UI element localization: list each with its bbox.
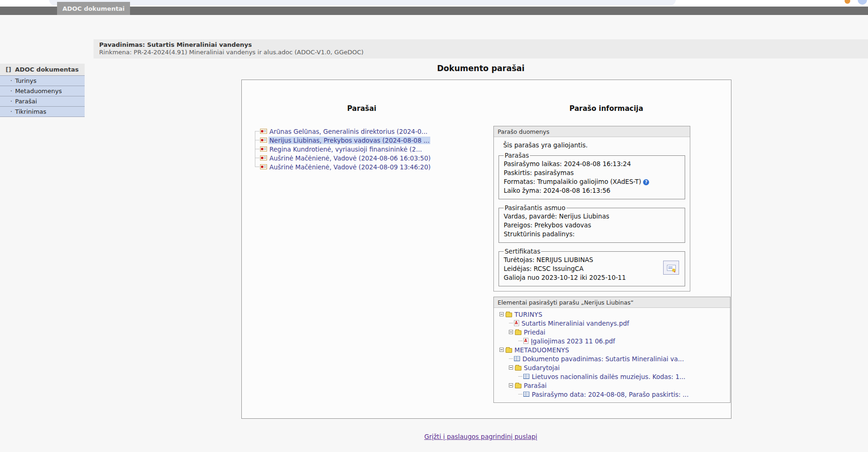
- certificate-fieldset-legend: Sertifikatas: [504, 248, 541, 255]
- tree-item-label: Lietuvos nacionalinis dailės muziejus. K…: [532, 373, 686, 380]
- signature-format: Formatas: Trumpalaikio galiojimo (XAdES-…: [504, 177, 680, 186]
- tab-adoc-dokumentai[interactable]: ADOC dokumentai: [57, 2, 130, 15]
- tree-item-metaduomenys[interactable]: METADUOMENYS: [498, 345, 727, 354]
- sidebar-item-tikrinimas[interactable]: ·Tikrinimas: [0, 106, 85, 117]
- tree-connector: [509, 323, 513, 323]
- signature-item-selected[interactable]: Nerijus Liubinas, Prekybos vadovas (2024…: [255, 136, 482, 145]
- bullet: ·: [10, 98, 12, 105]
- collapse-icon[interactable]: [499, 348, 504, 352]
- tree-item-meta[interactable]: Lietuvos nacionalinis dailės muziejus. K…: [498, 372, 727, 381]
- signatures-list: Arūnas Gelūnas, Generalinis direktorius …: [255, 127, 482, 171]
- metadata-icon: [523, 392, 529, 397]
- tree-connector: [518, 394, 522, 394]
- signature-info-column: Parašo informacija Parašo duomenys Šis p…: [482, 80, 731, 418]
- metadata-icon: [514, 356, 520, 361]
- help-icon[interactable]: ?: [643, 179, 649, 185]
- address-bar[interactable]: [49, 0, 676, 6]
- signature-item[interactable]: Regina Kundrotienė, vyriausioji finansin…: [255, 145, 482, 153]
- back-to-service-link[interactable]: Grįžti į paslaugos pagrindinį puslapį: [424, 433, 537, 440]
- bullet: ·: [10, 108, 12, 115]
- signature-info-heading: Parašo informacija: [482, 104, 731, 113]
- tree-item-pdf[interactable]: Įgaliojimas 2023 11 06.pdf: [498, 336, 727, 345]
- signing-time: Pasirašymo laikas: 2024-08-08 16:13:24: [504, 160, 680, 168]
- sidebar-item-parasai[interactable]: ·Parašai: [0, 96, 85, 106]
- folder-icon: [506, 348, 512, 353]
- signature-certificate-icon: [260, 146, 267, 152]
- document-filename: Rinkmena: PR-24-2024(4.91) Mineraliniai …: [99, 49, 862, 56]
- tree-connector: [255, 131, 260, 131]
- tree-item-label: Parašai: [524, 382, 547, 389]
- collapse-icon[interactable]: [499, 312, 504, 316]
- sidebar-item-label: Parašai: [15, 98, 37, 105]
- signed-elements-panel: Elementai pasirašyti parašu „Nerijus Liu…: [493, 297, 731, 403]
- sidebar-item-turinys[interactable]: ·Turinys: [0, 75, 85, 86]
- signature-data-panel-title: Parašo duomenys: [494, 126, 690, 137]
- browser-top-strip: [0, 0, 868, 7]
- view-certificate-button[interactable]: [663, 261, 679, 275]
- footer-link-row: Grįžti į paslaugos pagrindinį puslapį: [94, 433, 868, 440]
- tree-connector: [518, 341, 522, 341]
- collapse-icon[interactable]: [509, 365, 513, 370]
- bullet: ·: [10, 87, 12, 95]
- signer-name: Vardas, pavardė: Nerijus Liubinas: [504, 212, 680, 221]
- extension-icon[interactable]: [845, 0, 850, 4]
- pdf-file-icon: [514, 320, 519, 326]
- signature-format-text: Formatas: Trumpalaikio galiojimo (XAdES-…: [504, 178, 641, 185]
- document-title: Pavadinimas: Sutartis Mineraliniai vande…: [99, 41, 862, 48]
- signature-fieldset-legend: Parašas: [504, 152, 530, 159]
- signature-item[interactable]: Arūnas Gelūnas, Generalinis direktorius …: [255, 127, 482, 136]
- sidebar-item-label: Tikrinimas: [15, 108, 46, 115]
- signer-fieldset-legend: Pasirašantis asmuo: [504, 204, 566, 211]
- signatures-column: Parašai Arūnas Gelūnas, Generalinis dire…: [242, 80, 482, 418]
- signature-item[interactable]: Aušrinė Mačėnienė, Vadovė (2024-08-06 16…: [255, 153, 482, 162]
- tree-connector: [518, 376, 522, 377]
- collapse-icon[interactable]: [509, 383, 513, 387]
- pdf-file-icon: [523, 338, 528, 344]
- sidebar-header: []ADOC dokumentas: [0, 64, 85, 75]
- tree-connector: [255, 140, 260, 140]
- tree-connector: [255, 149, 260, 149]
- signature-item[interactable]: Aušrinė Mačėnienė, Vadovė (2024-08-09 13…: [255, 162, 482, 171]
- tree-item-pdf[interactable]: Sutartis Mineraliniai vandenys.pdf: [498, 319, 727, 328]
- signatures-heading: Parašai: [242, 104, 482, 113]
- tab-bar: ADOC dokumentai: [0, 7, 868, 15]
- tree-item-meta[interactable]: Pasirašymo data: 2024-08-08, Parašo pask…: [498, 390, 727, 399]
- signer-position: Pareigos: Prekybos vadovas: [504, 221, 680, 230]
- tree-item-parasai[interactable]: Parašai: [498, 381, 727, 390]
- tree-connector: [255, 167, 260, 167]
- tree-item-label: TURINYS: [514, 311, 542, 318]
- main-area: Pavadinimas: Sutartis Mineraliniai vande…: [94, 39, 868, 440]
- signature-label: Regina Kundrotienė, vyriausioji finansin…: [268, 146, 423, 153]
- sidebar-item-label: Turinys: [15, 77, 36, 84]
- signed-elements-tree: TURINYS Sutartis Mineraliniai vandenys.p…: [494, 308, 730, 402]
- signature-certificate-icon: [260, 164, 267, 169]
- folder-icon: [515, 366, 521, 371]
- tree-connector: [255, 158, 260, 158]
- signer-fieldset: Pasirašantis asmuo Vardas, pavardė: Neri…: [499, 204, 685, 243]
- folder-icon: [515, 330, 521, 335]
- document-icon: []: [6, 66, 11, 73]
- signer-unit: Struktūrinis padalinys:: [504, 230, 680, 239]
- profile-avatar[interactable]: [858, 0, 867, 5]
- collapse-icon[interactable]: [509, 330, 513, 334]
- signature-label: Nerijus Liubinas, Prekybos vadovas (2024…: [268, 137, 430, 144]
- certificate-issuer: Leidėjas: RCSC IssuingCA: [504, 264, 680, 273]
- metadata-icon: [523, 374, 529, 379]
- tree-item-label: Dokumento pavadinimas: Sutartis Minerali…: [522, 355, 684, 363]
- signature-label: Aušrinė Mačėnienė, Vadovė (2024-08-06 16…: [268, 154, 432, 162]
- document-header: Pavadinimas: Sutartis Mineraliniai vande…: [94, 39, 868, 58]
- signature-certificate-icon: [260, 155, 267, 160]
- tree-item-meta[interactable]: Dokumento pavadinimas: Sutartis Minerali…: [498, 354, 727, 363]
- sidebar-item-metaduomenys[interactable]: ·Metaduomenys: [0, 86, 85, 96]
- bullet: ·: [10, 77, 12, 84]
- tree-connector: [509, 358, 513, 359]
- tree-item-priedai[interactable]: Priedai: [498, 328, 727, 336]
- certificate-icon: [667, 265, 676, 271]
- certificate-fieldset: Sertifikatas Turėtojas: NERIJUS LIUBINAS…: [499, 248, 685, 286]
- tree-item-turinys[interactable]: TURINYS: [498, 310, 727, 319]
- tree-item-label: Priedai: [524, 328, 545, 336]
- sidebar-title: ADOC dokumentas: [15, 66, 79, 73]
- signature-certificate-icon: [260, 129, 267, 134]
- tree-item-sudarytojai[interactable]: Sudarytojai: [498, 363, 727, 372]
- tree-item-label: Pasirašymo data: 2024-08-08, Parašo pask…: [532, 391, 688, 398]
